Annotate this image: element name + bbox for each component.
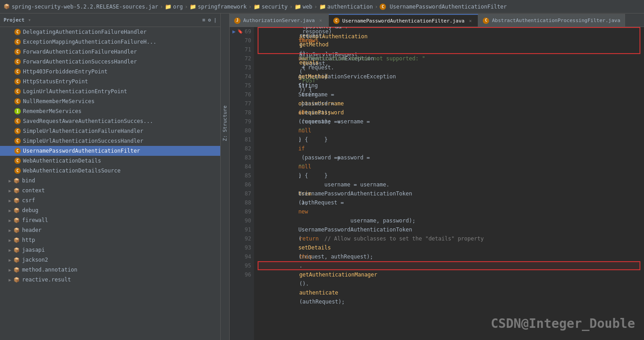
breadcrumb-org[interactable]: org bbox=[173, 4, 183, 10]
breadcrumb-folder-icon4: 📁 bbox=[295, 4, 301, 10]
jar-icon: 📦 bbox=[4, 4, 10, 9]
code-line-96 bbox=[258, 270, 640, 279]
linenum-77: 77 bbox=[245, 99, 251, 108]
linenum-91: 91 bbox=[245, 225, 251, 234]
tree-item-methodannotation[interactable]: ▶ 📦 method.annotation bbox=[0, 265, 220, 275]
sep5: › bbox=[314, 4, 317, 10]
linenum-69: 69 bbox=[245, 27, 251, 36]
class-icon-nullremember: C bbox=[14, 98, 21, 104]
linenum-72: 72 bbox=[245, 54, 251, 63]
tree-item-httpstatus[interactable]: C HttpStatusEntryPoint bbox=[0, 77, 220, 86]
folder-icon-http: 📦 bbox=[14, 237, 20, 243]
tree-item-simpleurl-failure[interactable]: C SimpleUrlAuthenticationFailureHandler bbox=[0, 126, 220, 136]
folder-icon-csrf: 📦 bbox=[14, 197, 20, 204]
sep6: › bbox=[375, 4, 378, 10]
linenum-94: 94 bbox=[245, 252, 251, 261]
class-icon-forwardauthfailure: C bbox=[14, 49, 21, 55]
sep3: › bbox=[249, 4, 252, 10]
tree-item-forwardauthfailure[interactable]: C ForwardAuthenticationFailureHandler bbox=[0, 47, 220, 57]
tree-item-csrf[interactable]: ▶ 📦 csrf bbox=[0, 195, 220, 205]
tree-label-header: header bbox=[22, 227, 41, 233]
tab-close-authorizationserver[interactable]: × bbox=[317, 18, 324, 24]
tree-label-simpleurlfailure: SimpleUrlAuthenticationFailureHandler bbox=[23, 128, 143, 134]
class-icon-webauthdetailssource: C bbox=[14, 168, 21, 174]
expand-context: ▶ bbox=[7, 188, 13, 193]
linenum-90: 90 bbox=[245, 216, 251, 225]
class-icon-simpleurlfailure: C bbox=[14, 128, 21, 134]
tree-label-http: http bbox=[22, 237, 35, 243]
folder-icon-reactive: 📦 bbox=[14, 277, 20, 283]
tree-label-exceptionmapping: ExceptionMappingAuthenticationFailureH..… bbox=[23, 39, 156, 45]
tree-item-simpleurl-success[interactable]: C SimpleUrlAuthenticationSuccessHandler bbox=[0, 136, 220, 146]
linenum-87: 87 bbox=[245, 189, 251, 198]
toolbar-icon3[interactable]: | bbox=[213, 17, 217, 23]
tree-item-webauthdetails[interactable]: C WebAuthenticationDetails bbox=[0, 156, 220, 166]
tab-close-usernamepassword[interactable]: × bbox=[467, 18, 473, 24]
tree-item-webauthdetailssource[interactable]: C WebAuthenticationDetailsSource bbox=[0, 166, 220, 176]
tree-label-jackson2: jackson2 bbox=[22, 257, 48, 263]
tree-item-context[interactable]: ▶ 📦 context bbox=[0, 186, 220, 195]
expand-jaasapi: ▶ bbox=[7, 247, 13, 253]
tab-usernamepassword[interactable]: C UsernamePasswordAuthenticationFilter.j… bbox=[329, 14, 479, 27]
sep2: › bbox=[185, 4, 188, 10]
tab-icon-usernamepassword: C bbox=[333, 18, 340, 24]
tab-authorizationserver[interactable]: J AuthorizationServer.java × bbox=[230, 14, 329, 27]
breadcrumb-security[interactable]: security bbox=[262, 4, 288, 10]
tab-abstract[interactable]: C AbstractAuthenticationProcessingFilter… bbox=[478, 14, 625, 27]
tree-label-httpstatus: HttpStatusEntryPoint bbox=[23, 78, 88, 85]
toolbar-icon2[interactable]: ⚙ bbox=[208, 17, 211, 23]
tab-icon-authorizationserver: J bbox=[234, 18, 240, 24]
tree-item-http403[interactable]: C Http403ForbiddenEntryPoint bbox=[0, 67, 220, 77]
class-icon-savedrequest: C bbox=[14, 118, 21, 124]
tree-label-webauthdetails: WebAuthenticationDetails bbox=[23, 158, 101, 164]
tree-item-exceptionmapping[interactable]: C ExceptionMappingAuthenticationFailureH… bbox=[0, 37, 220, 47]
tree-label-firewall: firewall bbox=[22, 217, 48, 223]
tree-item-header[interactable]: ▶ 📦 header bbox=[0, 225, 220, 235]
breadcrumb-classname[interactable]: UsernamePasswordAuthenticationFilter bbox=[390, 4, 507, 10]
linenum-78: 78 bbox=[245, 108, 251, 117]
breadcrumb-authentication[interactable]: authentication bbox=[327, 4, 373, 10]
tree-item-bind[interactable]: ▶ 📦 bind bbox=[0, 176, 220, 186]
tab-label-abstract: AbstractAuthenticationProcessingFilter.j… bbox=[492, 18, 620, 23]
linenum-93: 93 bbox=[245, 243, 251, 252]
breadcrumb-bar: 📦 spring-security-web-5.2.2.RELEASE-sour… bbox=[0, 0, 644, 14]
tree-item-usernamepassword[interactable]: C UsernamePasswordAuthenticationFilter bbox=[0, 146, 220, 156]
gutter-arrow-69: ▶ bbox=[232, 27, 236, 36]
breadcrumb-web[interactable]: web bbox=[303, 4, 313, 10]
project-dropdown[interactable]: ▾ bbox=[28, 17, 31, 23]
tree-item-jackson2[interactable]: ▶ 📦 jackson2 bbox=[0, 255, 220, 265]
tree-item-nullremember[interactable]: C NullRememberMeServices bbox=[0, 96, 220, 106]
tree-item-delegating[interactable]: C DelegatingAuthenticationFailureHandler bbox=[0, 27, 220, 37]
code-content: public Authentication attemptAuthenticat… bbox=[254, 27, 644, 340]
jar-name[interactable]: spring-security-web-5.2.2.RELEASE-source… bbox=[12, 4, 158, 10]
class-icon-httpstatus: C bbox=[14, 78, 21, 85]
structure-tab-label[interactable]: Z: Structure bbox=[222, 104, 228, 143]
tree-item-forwardauthsuccess[interactable]: C ForwardAuthenticationSuccessHandler bbox=[0, 57, 220, 67]
breadcrumb-springframework[interactable]: springframework bbox=[198, 4, 246, 10]
tree-item-debug[interactable]: ▶ 📦 debug bbox=[0, 205, 220, 215]
code-editor[interactable]: ▶ 🔖 69 70 71 72 73 74 bbox=[230, 27, 644, 340]
folder-icon-context: 📦 bbox=[14, 187, 20, 194]
toolbar-icon1[interactable]: ≡ bbox=[202, 17, 205, 23]
project-label[interactable]: Project bbox=[4, 17, 24, 23]
tree-item-http[interactable]: ▶ 📦 http bbox=[0, 235, 220, 245]
expand-debug: ▶ bbox=[7, 208, 13, 213]
linenum-80: 80 bbox=[245, 126, 251, 135]
tree-item-loginurl[interactable]: C LoginUrlAuthenticationEntryPoint bbox=[0, 86, 220, 96]
tree-item-rememberme[interactable]: I RememberMeServices bbox=[0, 106, 220, 116]
tree-label-methodannotation: method.annotation bbox=[22, 267, 77, 273]
breadcrumb-folder-icon2: 📁 bbox=[190, 4, 196, 10]
tree-label-usernamepassword: UsernamePasswordAuthenticationFilter bbox=[23, 148, 140, 154]
tab-bar: J AuthorizationServer.java × C UsernameP… bbox=[230, 14, 644, 27]
class-icon-webauthdetails: C bbox=[14, 158, 21, 164]
tree-item-firewall[interactable]: ▶ 📦 firewall bbox=[0, 215, 220, 225]
sidebar-header: Project ▾ ≡ ⚙ | bbox=[0, 14, 220, 27]
tree-item-savedrequest[interactable]: C SavedRequestAwareAuthenticationSucces.… bbox=[0, 116, 220, 126]
editor-area: J AuthorizationServer.java × C UsernameP… bbox=[230, 14, 644, 340]
tree-item-reactive[interactable]: ▶ 📦 reactive.result bbox=[0, 275, 220, 285]
tree-label-nullremember: NullRememberMeServices bbox=[23, 98, 95, 104]
tree-label-context: context bbox=[22, 187, 45, 194]
breadcrumb-folder-icon1: 📁 bbox=[165, 4, 172, 10]
tree-item-jaasapi[interactable]: ▶ 📦 jaasapi bbox=[0, 245, 220, 255]
tab-icon-abstract: C bbox=[483, 18, 489, 24]
